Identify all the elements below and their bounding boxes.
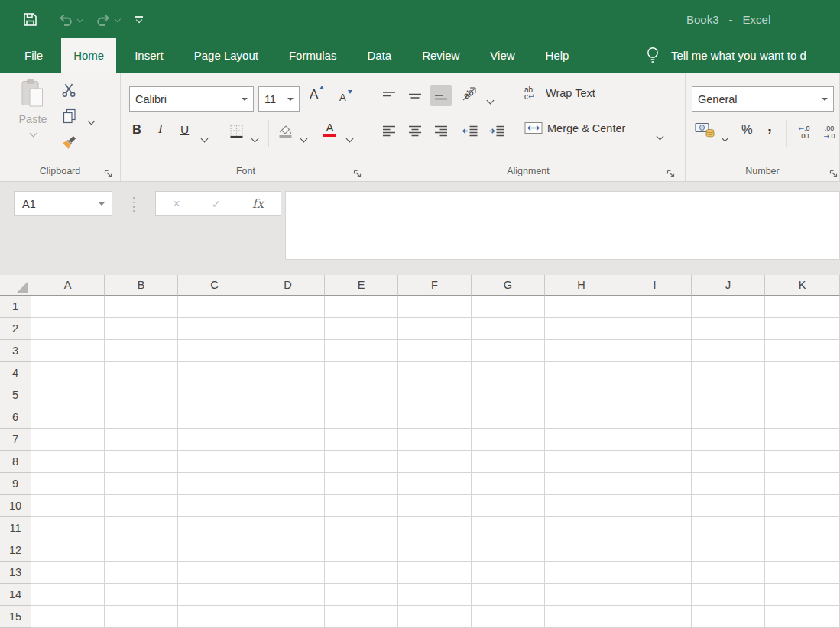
column-header-F[interactable]: F — [398, 275, 472, 296]
cell-J3[interactable] — [692, 340, 765, 362]
cell-D5[interactable] — [251, 384, 325, 406]
tab-help[interactable]: Help — [534, 38, 582, 73]
column-header-E[interactable]: E — [325, 275, 398, 296]
cell-G1[interactable] — [472, 296, 545, 318]
cell-E11[interactable] — [325, 517, 398, 539]
cell-I11[interactable] — [618, 517, 692, 539]
cell-C15[interactable] — [178, 606, 251, 628]
decrease-font-size-button[interactable]: A — [339, 90, 346, 104]
cell-C12[interactable] — [178, 539, 251, 562]
cell-E2[interactable] — [325, 318, 398, 340]
row-header-12[interactable]: 12 — [0, 539, 31, 562]
cell-I7[interactable] — [618, 429, 692, 451]
cell-F6[interactable] — [398, 406, 472, 429]
row-header-6[interactable]: 6 — [0, 406, 31, 429]
cell-J8[interactable] — [692, 451, 765, 473]
cell-C7[interactable] — [178, 429, 251, 451]
cell-H10[interactable] — [545, 495, 618, 517]
column-header-H[interactable]: H — [545, 275, 618, 296]
cell-G9[interactable] — [472, 473, 545, 495]
cell-A5[interactable] — [31, 384, 105, 406]
cell-B10[interactable] — [105, 495, 178, 517]
underline-button[interactable]: U — [180, 123, 189, 137]
clipboard-dialog-launcher[interactable] — [104, 167, 112, 176]
cell-D11[interactable] — [251, 517, 325, 539]
cell-F8[interactable] — [398, 451, 472, 473]
cancel-button[interactable]: × — [173, 196, 180, 212]
cell-B14[interactable] — [105, 584, 178, 606]
cell-K2[interactable] — [765, 318, 840, 340]
cell-J11[interactable] — [692, 517, 765, 539]
cell-D7[interactable] — [251, 429, 325, 451]
cell-B5[interactable] — [105, 384, 178, 406]
cell-H6[interactable] — [545, 406, 618, 429]
row-header-15[interactable]: 15 — [0, 606, 31, 628]
tab-data[interactable]: Data — [355, 38, 404, 73]
cell-D9[interactable] — [251, 473, 325, 495]
accounting-format-button[interactable] — [695, 121, 715, 138]
formula-input[interactable] — [285, 191, 840, 260]
cell-F11[interactable] — [398, 517, 472, 539]
cell-D10[interactable] — [251, 495, 325, 517]
cell-A1[interactable] — [31, 296, 105, 318]
cell-B3[interactable] — [105, 340, 178, 362]
row-header-8[interactable]: 8 — [0, 451, 31, 473]
cell-B1[interactable] — [105, 296, 178, 318]
cell-K1[interactable] — [765, 296, 840, 318]
cell-J6[interactable] — [692, 406, 765, 429]
row-header-5[interactable]: 5 — [0, 384, 31, 406]
cell-H1[interactable] — [545, 296, 618, 318]
cell-E12[interactable] — [325, 539, 398, 562]
cell-B2[interactable] — [105, 318, 178, 340]
tab-page-layout[interactable]: Page Layout — [182, 38, 271, 73]
cell-C9[interactable] — [178, 473, 251, 495]
cell-F2[interactable] — [398, 318, 472, 340]
cell-J10[interactable] — [692, 495, 765, 517]
cell-B4[interactable] — [105, 362, 178, 384]
save-button[interactable] — [23, 12, 37, 27]
cell-C1[interactable] — [178, 296, 251, 318]
cell-G5[interactable] — [472, 384, 545, 406]
cell-F5[interactable] — [398, 384, 472, 406]
cell-E6[interactable] — [325, 406, 398, 429]
decrease-decimal-button[interactable]: .00 →.0 — [819, 125, 840, 140]
cell-A10[interactable] — [31, 495, 105, 517]
cell-C5[interactable] — [178, 384, 251, 406]
tab-file[interactable]: File — [12, 38, 55, 73]
cell-J5[interactable] — [692, 384, 765, 406]
cell-K15[interactable] — [765, 606, 840, 628]
cell-H4[interactable] — [545, 362, 618, 384]
tab-insert[interactable]: Insert — [122, 38, 176, 73]
cell-G4[interactable] — [472, 362, 545, 384]
cell-D14[interactable] — [251, 584, 325, 606]
cell-E5[interactable] — [325, 384, 398, 406]
cell-H9[interactable] — [545, 473, 618, 495]
cell-J1[interactable] — [692, 296, 765, 318]
accounting-format-dropdown[interactable] — [722, 130, 728, 144]
cell-A6[interactable] — [31, 406, 105, 429]
column-header-B[interactable]: B — [105, 275, 178, 296]
cell-D13[interactable] — [251, 562, 325, 584]
cell-A15[interactable] — [31, 606, 105, 628]
cell-E4[interactable] — [325, 362, 398, 384]
cell-I14[interactable] — [618, 584, 692, 606]
row-header-1[interactable]: 1 — [0, 296, 31, 318]
cell-J15[interactable] — [692, 606, 765, 628]
bold-button[interactable]: B — [132, 122, 141, 137]
cell-A3[interactable] — [31, 340, 105, 362]
cell-F12[interactable] — [398, 539, 472, 562]
column-header-A[interactable]: A — [31, 275, 105, 296]
cell-H13[interactable] — [545, 562, 618, 584]
cell-I5[interactable] — [618, 384, 692, 406]
cell-A7[interactable] — [31, 429, 105, 451]
cell-G15[interactable] — [472, 606, 545, 628]
cell-K7[interactable] — [765, 429, 840, 451]
cell-J14[interactable] — [692, 584, 765, 606]
select-all-button[interactable] — [0, 275, 31, 296]
font-size-combo[interactable]: 11 — [258, 86, 300, 112]
cell-H14[interactable] — [545, 584, 618, 606]
cell-A14[interactable] — [31, 584, 105, 606]
cell-A2[interactable] — [31, 318, 105, 340]
cell-F9[interactable] — [398, 473, 472, 495]
cell-K14[interactable] — [765, 584, 840, 606]
